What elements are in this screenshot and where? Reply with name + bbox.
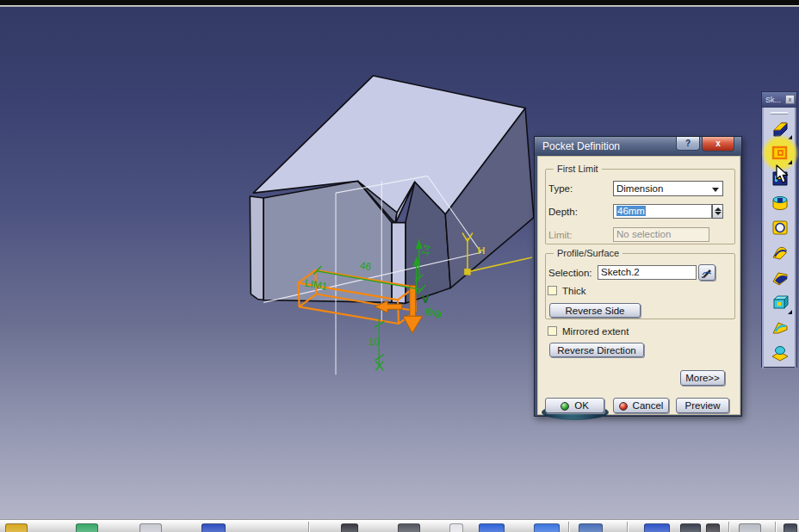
- plane-icon[interactable]: [534, 523, 560, 532]
- thick-label: Thick: [562, 285, 585, 298]
- rib-icon: [770, 243, 790, 263]
- spinner-up-icon[interactable]: [715, 207, 722, 211]
- selection-input[interactable]: Sketch.2: [598, 265, 697, 280]
- ok-green-icon: [561, 402, 569, 411]
- mouse-cursor: [776, 164, 790, 185]
- groove-tool[interactable]: [764, 191, 795, 216]
- pocket-tool[interactable]: [764, 141, 795, 166]
- side-toolbar-close-button[interactable]: x: [785, 95, 795, 104]
- toolbar-separator: [728, 522, 729, 532]
- dim-width-label[interactable]: 46: [359, 259, 373, 273]
- ruler-icon[interactable]: [479, 523, 505, 532]
- type-dropdown[interactable]: Dimension: [613, 181, 723, 196]
- clipboard-icon[interactable]: [739, 523, 761, 532]
- preview-button[interactable]: Preview: [676, 398, 729, 413]
- slot-icon: [770, 268, 790, 288]
- snapshot-icon[interactable]: [680, 523, 701, 532]
- mirrored-extent-label: Mirrored extent: [562, 325, 629, 338]
- first-limit-legend: First Limit: [554, 164, 602, 174]
- application-window: H: [0, 0, 799, 532]
- stiffener-tool[interactable]: [764, 316, 795, 341]
- toolbar-separator: [627, 522, 628, 532]
- rib-tool[interactable]: [764, 241, 795, 266]
- toolbar-separator: [568, 522, 569, 532]
- toolbar-grip-handle[interactable]: [771, 112, 788, 114]
- solid-combine-tool[interactable]: [764, 291, 795, 316]
- thick-checkbox[interactable]: [548, 286, 557, 295]
- person-icon[interactable]: [706, 523, 720, 532]
- model-front-face[interactable]: [263, 181, 392, 302]
- bottom-toolbar: [0, 519, 799, 532]
- model-slot-face[interactable]: [392, 223, 406, 304]
- measure-tool-icon[interactable]: [5, 523, 28, 532]
- hole-icon: [770, 218, 790, 238]
- spline-icon[interactable]: [76, 523, 98, 532]
- catalog-icon[interactable]: [398, 523, 420, 532]
- groove-icon: [770, 193, 790, 213]
- limit-value: No selection: [616, 229, 671, 239]
- profile-surface-legend: Profile/Surface: [554, 248, 622, 258]
- type-label: Type:: [548, 182, 573, 195]
- spinner-down-icon[interactable]: [715, 212, 722, 215]
- part-body[interactable]: [250, 76, 534, 303]
- dialog-body: First Limit Type: Dimension Depth: 46mm …: [537, 156, 740, 415]
- pencil-sketch-icon: [701, 267, 713, 279]
- stiffener-icon: [770, 318, 790, 338]
- ok-button[interactable]: OK: [545, 398, 604, 413]
- shell-icon[interactable]: [139, 523, 162, 532]
- cancel-red-icon: [619, 402, 628, 411]
- type-value: Dimension: [616, 183, 663, 194]
- limit-label: Limit:: [548, 229, 572, 242]
- slot-tool[interactable]: [764, 266, 795, 291]
- dialog-help-button[interactable]: ?: [676, 137, 700, 151]
- flyout-arrow-icon[interactable]: [788, 310, 792, 314]
- selection-label: Selection:: [548, 267, 592, 280]
- dialog-close-button[interactable]: x: [702, 137, 734, 152]
- side-toolbar-body: [762, 108, 796, 368]
- selection-value: Sketch.2: [601, 267, 640, 277]
- multi-sections-solid-icon: [770, 343, 790, 363]
- toolbar-separator: [775, 522, 776, 532]
- depth-label: Depth:: [548, 206, 578, 219]
- sketch-features-toolbar: Sk... x: [761, 91, 797, 368]
- sweep-icon[interactable]: [201, 523, 226, 532]
- hook-icon[interactable]: [341, 523, 358, 532]
- sketch-axis-v-label: V: [422, 293, 430, 306]
- circle-tool-icon[interactable]: [784, 523, 797, 532]
- plane-axis-h-label: H: [478, 244, 486, 257]
- exchange-arrow-icon[interactable]: [644, 523, 670, 532]
- side-toolbar-title: Sk...: [765, 96, 781, 104]
- depth-value-selected: 46mm: [616, 206, 646, 216]
- dim-depth-label[interactable]: 10: [368, 336, 380, 348]
- reverse-direction-button[interactable]: Reverse Direction: [549, 343, 644, 357]
- sketch-edit-button[interactable]: [698, 264, 715, 281]
- mirrored-extent-checkbox[interactable]: [548, 326, 557, 336]
- depth-input[interactable]: 46mm: [613, 204, 712, 219]
- dialog-title: Pocket Definition: [542, 140, 620, 152]
- more-button[interactable]: More>>: [680, 370, 725, 386]
- hole-tool[interactable]: [764, 216, 795, 241]
- depth-spinner[interactable]: [712, 204, 723, 219]
- multi-sections-solid-tool[interactable]: [764, 341, 795, 366]
- sphere-rotate-icon[interactable]: [579, 523, 603, 532]
- chevron-down-icon[interactable]: [712, 188, 719, 192]
- pocket-definition-dialog: Pocket Definition ? x First Limit Type: …: [534, 136, 742, 417]
- cancel-button[interactable]: Cancel: [613, 398, 669, 413]
- model-left-face[interactable]: [250, 196, 263, 300]
- paste-icon[interactable]: [449, 523, 463, 532]
- toolbar-separator: [308, 522, 309, 532]
- reverse-side-button[interactable]: Reverse Side: [549, 303, 641, 318]
- limit-input: No selection: [613, 227, 709, 242]
